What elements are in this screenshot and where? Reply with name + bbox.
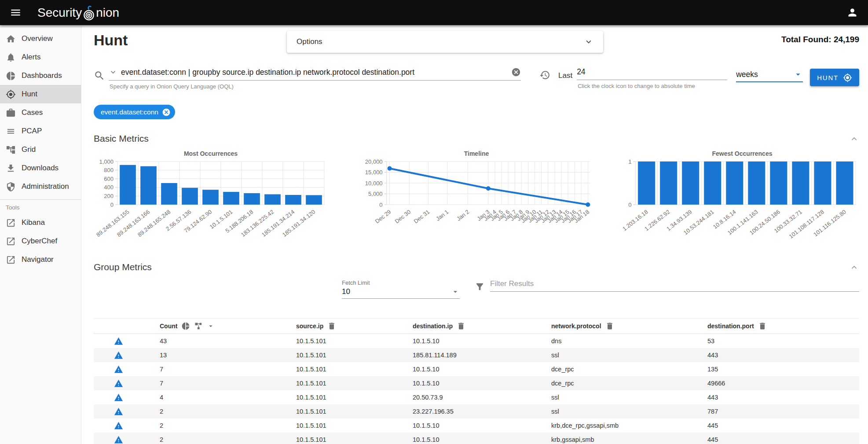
column-header-Count[interactable]: Count [160, 322, 296, 330]
groupby-icon[interactable] [194, 322, 203, 330]
svg-text:400: 400 [104, 184, 114, 191]
options-panel-toggle[interactable]: Options [287, 31, 603, 53]
svg-text:Dec 30: Dec 30 [394, 209, 412, 225]
relative-time-clock-icon[interactable] [539, 70, 550, 81]
sidebar-item-overview[interactable]: Overview [0, 29, 81, 48]
filter-results-input[interactable] [490, 279, 859, 288]
sidebar-item-kibana[interactable]: Kibana [0, 213, 81, 232]
top-app-bar: Security nion [0, 0, 868, 25]
most-occurrences-chart[interactable]: Most Occurrences 1,000800600400200089.24… [94, 150, 328, 248]
table-row[interactable]: 710.1.5.10110.1.5.10dce_rpc135 [94, 362, 859, 376]
query-input[interactable] [121, 68, 507, 77]
warning-icon[interactable] [114, 421, 123, 430]
main-content: Hunt Options Total Found: 24,199 [81, 25, 868, 444]
pie-chart-icon[interactable] [181, 322, 190, 330]
sidebar-item-grid[interactable]: Grid [0, 140, 81, 159]
warning-icon[interactable] [114, 365, 123, 374]
user-account-icon[interactable] [846, 7, 858, 18]
external-link-icon [6, 255, 16, 265]
sidebar-item-label: Alerts [22, 53, 40, 62]
warning-icon[interactable] [114, 407, 123, 416]
fetch-limit-label: Fetch Limit [342, 279, 460, 286]
sidebar-item-alerts[interactable]: Alerts [0, 48, 81, 66]
options-label: Options [297, 37, 322, 46]
sidebar-item-label: PCAP [22, 127, 42, 136]
sidebar-item-dashboards[interactable]: Dashboards [0, 66, 81, 85]
warning-icon[interactable] [114, 435, 123, 444]
hunt-button[interactable]: HUNT [810, 69, 859, 86]
table-cell: 53 [707, 338, 859, 345]
svg-text:0: 0 [110, 202, 114, 208]
time-unit-value: weeks [736, 70, 758, 79]
sidebar-item-cyberchef[interactable]: CyberChef [0, 232, 81, 250]
query-history-dropdown-icon[interactable] [109, 68, 117, 77]
filter-chip[interactable]: event.dataset:conn [94, 105, 175, 119]
app-logo-text-right: nion [96, 6, 119, 20]
sidebar-item-navigator[interactable]: Navigator [0, 250, 81, 269]
trash-icon[interactable] [327, 322, 336, 330]
warning-icon[interactable] [114, 393, 123, 402]
column-header-destination-port[interactable]: destination.port [707, 322, 859, 330]
trash-icon[interactable] [457, 322, 465, 330]
sidebar-item-label: Administration [22, 182, 69, 191]
sidebar-item-label: Hunt [22, 90, 37, 99]
filter-icon [475, 282, 485, 292]
table-cell: dce_rpc [551, 366, 707, 373]
table-cell: 2 [160, 422, 296, 429]
table-cell: krb,dce_rpc,gssapi,smb [551, 422, 707, 429]
table-row[interactable]: 4310.1.5.10110.1.5.10dns53 [94, 334, 859, 348]
group-metrics-title: Group Metrics [94, 262, 152, 272]
warning-icon[interactable] [114, 337, 123, 346]
bell-icon [6, 52, 16, 62]
search-icon[interactable] [94, 70, 105, 81]
svg-text:0: 0 [379, 202, 382, 208]
table-cell: 10.1.5.101 [296, 422, 413, 429]
column-header-source-ip[interactable]: source.ip [296, 322, 413, 330]
dropdown-icon[interactable] [207, 322, 215, 330]
sidebar-item-administration[interactable]: Administration [0, 177, 81, 196]
warning-icon[interactable] [114, 351, 123, 360]
sidebar-tools-items: KibanaCyberChefNavigator [0, 213, 81, 269]
table-row[interactable]: 210.1.5.10123.227.196.35ssl787 [94, 404, 859, 418]
fetch-limit-select[interactable]: 10 [342, 287, 460, 299]
external-link-icon [6, 218, 16, 228]
table-cell: krb,gssapi,smb [551, 436, 707, 443]
table-row[interactable]: 710.1.5.10110.1.5.10dce_rpc49666 [94, 376, 859, 390]
time-unit-select[interactable]: weeks [736, 67, 803, 82]
remove-filter-icon[interactable] [162, 108, 171, 117]
timeline-chart[interactable]: Timeline 20,00015,00010,0005,0000Dec 29D… [359, 150, 593, 248]
sidebar-item-downloads[interactable]: Downloads [0, 159, 81, 177]
trash-icon[interactable] [605, 322, 614, 330]
sidebar-main-items: OverviewAlertsDashboardsHuntCasesPCAPGri… [0, 29, 81, 196]
menu-icon[interactable] [10, 7, 22, 18]
collapse-group-metrics-icon[interactable] [849, 262, 859, 272]
table-row[interactable]: 210.1.5.10110.1.5.10krb,dce_rpc,gssapi,s… [94, 418, 859, 433]
total-found-label: Total Found: [781, 35, 831, 44]
table-cell: 7 [160, 366, 296, 373]
column-header-destination-ip[interactable]: destination.ip [413, 322, 551, 330]
table-cell: 2 [160, 408, 296, 415]
external-link-icon [6, 236, 16, 246]
warning-icon[interactable] [114, 379, 123, 388]
clear-query-icon[interactable] [511, 67, 521, 77]
table-cell: dns [551, 338, 707, 345]
table-cell: 4 [160, 394, 296, 401]
table-cell: ssl [551, 408, 707, 415]
collapse-basic-metrics-icon[interactable] [849, 134, 859, 144]
home-icon [6, 34, 16, 44]
table-row[interactable]: 410.1.5.10120.50.73.9ssl443 [94, 390, 859, 404]
app-logo: Security nion [37, 5, 119, 21]
time-duration-input[interactable] [577, 67, 727, 77]
table-row[interactable]: 1310.1.5.101185.81.114.189ssl443 [94, 348, 859, 362]
sidebar-item-pcap[interactable]: PCAP [0, 122, 81, 140]
trash-icon[interactable] [758, 322, 767, 330]
time-range-prefix: Last [558, 71, 572, 80]
table-row[interactable]: 210.1.5.10110.1.5.10krb,gssapi,smb445 [94, 433, 859, 444]
sidebar-item-cases[interactable]: Cases [0, 103, 81, 122]
chart-title: Fewest Occurrences [625, 150, 859, 157]
column-header-network-protocol[interactable]: network.protocol [551, 322, 707, 330]
sidebar-divider [0, 199, 81, 200]
sidebar-item-hunt[interactable]: Hunt [0, 85, 81, 103]
fewest-occurrences-chart[interactable]: Fewest Occurrences 101.203.16.181.226.62… [625, 150, 859, 248]
table-cell: 7 [160, 380, 296, 387]
